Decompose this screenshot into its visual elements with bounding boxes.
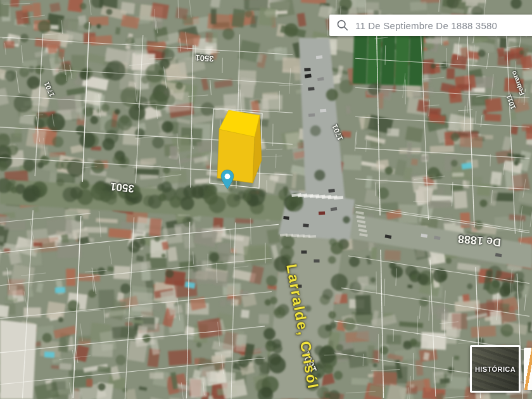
- search-icon: [336, 19, 349, 32]
- minimap-next-card-partial[interactable]: [524, 348, 532, 390]
- pin-body: [221, 170, 234, 189]
- search-bar[interactable]: 11 De Septiembre De 1888 3580: [329, 15, 532, 36]
- map-overlay: [0, 0, 532, 399]
- search-query: 11 De Septiembre De 1888 3580: [355, 20, 497, 31]
- location-pin[interactable]: [221, 170, 234, 189]
- minimap-historica-label: HISTÓRICA: [475, 365, 516, 373]
- map-viewport[interactable]: 3501170117013501De 18881601Febrero1011La…: [0, 0, 532, 399]
- minimap-historica-card[interactable]: HISTÓRICA: [470, 345, 521, 393]
- minimap-historica-thumbnail: HISTÓRICA: [472, 347, 519, 391]
- pin-inner-dot: [225, 174, 231, 179]
